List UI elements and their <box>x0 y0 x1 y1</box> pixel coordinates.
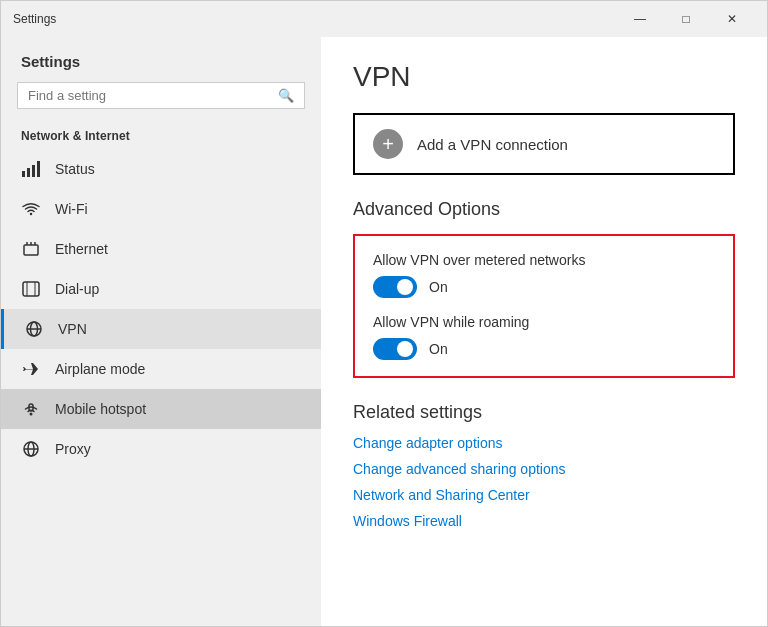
option2-toggle[interactable] <box>373 338 417 360</box>
settings-window: Settings — □ ✕ Settings 🔍 Network & Inte… <box>0 0 768 627</box>
sidebar-item-hotspot[interactable]: Mobile hotspot <box>1 389 321 429</box>
related-settings-heading: Related settings <box>353 402 735 423</box>
plus-icon: + <box>373 129 403 159</box>
sidebar-item-vpn[interactable]: VPN <box>1 309 321 349</box>
svg-rect-1 <box>27 168 30 177</box>
option1-label: Allow VPN over metered networks <box>373 252 715 268</box>
sidebar-item-dialup[interactable]: Dial-up <box>1 269 321 309</box>
svg-rect-4 <box>24 245 38 255</box>
sidebar-item-proxy-label: Proxy <box>55 441 91 457</box>
link-network-sharing-center[interactable]: Network and Sharing Center <box>353 487 735 503</box>
sidebar-header: Settings <box>1 45 321 82</box>
sidebar-item-hotspot-label: Mobile hotspot <box>55 401 146 417</box>
titlebar-title: Settings <box>13 12 56 26</box>
page-title: VPN <box>353 61 735 93</box>
option2-label: Allow VPN while roaming <box>373 314 715 330</box>
sidebar-item-dialup-label: Dial-up <box>55 281 99 297</box>
sidebar-item-wifi[interactable]: Wi-Fi <box>1 189 321 229</box>
option1-toggle[interactable] <box>373 276 417 298</box>
ethernet-icon <box>21 239 41 259</box>
sidebar-item-status[interactable]: Status <box>1 149 321 189</box>
link-change-sharing[interactable]: Change advanced sharing options <box>353 461 735 477</box>
link-windows-firewall[interactable]: Windows Firewall <box>353 513 735 529</box>
sidebar-item-ethernet[interactable]: Ethernet <box>1 229 321 269</box>
hotspot-icon <box>21 399 41 419</box>
svg-rect-3 <box>37 161 40 177</box>
sidebar-item-airplane[interactable]: Airplane mode <box>1 349 321 389</box>
vpn-icon <box>24 319 44 339</box>
sidebar-section-label: Network & Internet <box>1 121 321 149</box>
sidebar-item-status-label: Status <box>55 161 95 177</box>
add-vpn-text: Add a VPN connection <box>417 136 568 153</box>
advanced-options-heading: Advanced Options <box>353 199 735 220</box>
sidebar-item-airplane-label: Airplane mode <box>55 361 145 377</box>
wifi-icon <box>21 199 41 219</box>
close-button[interactable]: ✕ <box>709 5 755 33</box>
link-change-adapter[interactable]: Change adapter options <box>353 435 735 451</box>
sidebar-item-vpn-label: VPN <box>58 321 87 337</box>
option1-toggle-row: On <box>373 276 715 298</box>
airplane-icon <box>21 359 41 379</box>
sidebar: Settings 🔍 Network & Internet Status <box>1 37 321 626</box>
option2-toggle-row: On <box>373 338 715 360</box>
option1-toggle-label: On <box>429 279 448 295</box>
maximize-button[interactable]: □ <box>663 5 709 33</box>
sidebar-item-wifi-label: Wi-Fi <box>55 201 88 217</box>
add-vpn-button[interactable]: + Add a VPN connection <box>353 113 735 175</box>
option2-toggle-label: On <box>429 341 448 357</box>
content-area: Settings 🔍 Network & Internet Status <box>1 37 767 626</box>
sidebar-item-proxy[interactable]: Proxy <box>1 429 321 469</box>
svg-point-14 <box>30 413 33 416</box>
status-icon <box>21 159 41 179</box>
search-input[interactable] <box>28 88 278 103</box>
minimize-button[interactable]: — <box>617 5 663 33</box>
search-icon: 🔍 <box>278 88 294 103</box>
sidebar-item-ethernet-label: Ethernet <box>55 241 108 257</box>
titlebar: Settings — □ ✕ <box>1 1 767 37</box>
titlebar-controls: — □ ✕ <box>617 5 755 33</box>
search-box[interactable]: 🔍 <box>17 82 305 109</box>
svg-rect-0 <box>22 171 25 177</box>
svg-rect-8 <box>23 282 39 296</box>
proxy-icon <box>21 439 41 459</box>
svg-rect-2 <box>32 165 35 177</box>
main-content: VPN + Add a VPN connection Advanced Opti… <box>321 37 767 626</box>
dialup-icon <box>21 279 41 299</box>
advanced-options-box: Allow VPN over metered networks On Allow… <box>353 234 735 378</box>
